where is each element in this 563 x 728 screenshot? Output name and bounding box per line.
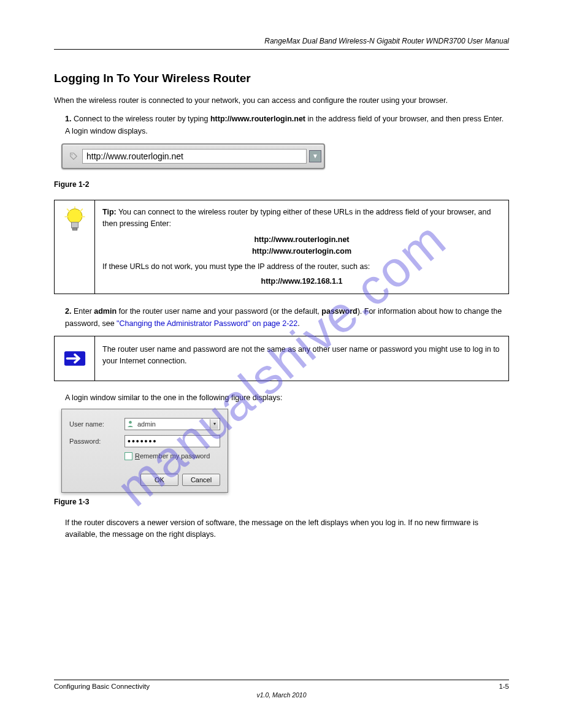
- step-1-text-a: Connect to the wireless router by typing: [74, 115, 210, 123]
- login-intro-text: A login window similar to the one in the…: [54, 392, 509, 404]
- svg-point-5: [129, 421, 132, 424]
- person-icon: [126, 420, 135, 428]
- login-dialog: User name: admin ▾ Password: ••••••• Rem…: [61, 409, 228, 493]
- url-input[interactable]: [82, 149, 307, 164]
- page-footer: Configuring Basic Connectivity 1-5 v1.0,…: [54, 680, 509, 699]
- password-row: Password: •••••••: [69, 435, 220, 447]
- cancel-button[interactable]: Cancel: [182, 474, 220, 486]
- remember-checkbox[interactable]: [124, 452, 132, 460]
- remember-row: Remember my password: [69, 452, 220, 460]
- ok-button[interactable]: OK: [140, 474, 178, 486]
- section-title: Logging In To Your Wireless Router: [54, 72, 509, 85]
- username-value: admin: [137, 420, 210, 428]
- note-content: The router user name and password are no…: [95, 336, 508, 381]
- footer-left: Configuring Basic Connectivity: [54, 683, 150, 690]
- tip-url-2: http://www.routerlogin.com: [102, 246, 501, 257]
- tag-icon: [69, 151, 79, 161]
- tip-body-a: You can connect to the wireless router b…: [102, 208, 491, 228]
- step-1: 1. Connect to the wireless router by typ…: [54, 113, 509, 137]
- remember-mnemonic: R: [135, 452, 140, 460]
- browser-url-bar: ▼: [61, 143, 325, 169]
- step-1-url: http://www.routerlogin.net: [210, 115, 305, 123]
- step-2-text-d: .: [297, 319, 299, 328]
- step-1-number: 1.: [65, 115, 71, 123]
- tip-callout: Tip: You can connect to the wireless rou…: [54, 200, 509, 294]
- username-label: User name:: [69, 420, 124, 428]
- intro-paragraph: When the wireless router is connected to…: [54, 95, 509, 107]
- tip-icon-cell: [55, 200, 95, 294]
- post-login-text: If the router discovers a newer version …: [54, 517, 509, 540]
- username-combo[interactable]: admin ▾: [124, 418, 220, 430]
- step-2: 2. Enter admin for the router user name …: [54, 305, 509, 330]
- note-icon-cell: [55, 336, 95, 381]
- tip-body-b: If these URLs do not work, you must type…: [102, 261, 501, 273]
- step-2-text-a: Enter: [74, 307, 94, 316]
- arrow-right-icon: [64, 351, 86, 366]
- footer-rule: [54, 680, 509, 680]
- svg-rect-3: [72, 228, 77, 230]
- dialog-button-row: OK Cancel: [69, 474, 220, 486]
- note-callout: The router user name and password are no…: [54, 336, 509, 381]
- tip-label: Tip:: [102, 208, 117, 216]
- password-label: Password:: [69, 438, 124, 445]
- header-rule: [54, 49, 509, 50]
- step-2-text-b: for the router user name and your passwo…: [117, 307, 321, 316]
- footer-page-number: 1-5: [499, 683, 509, 690]
- figure-1-caption: Figure 1-2: [54, 180, 509, 189]
- tip-url-1: http://www.routerlogin.net: [102, 234, 501, 246]
- svg-rect-2: [71, 222, 78, 228]
- step-2-admin: admin: [94, 307, 117, 316]
- step-2-password: password: [321, 307, 357, 316]
- step-2-link[interactable]: "Changing the Administrator Password" on…: [117, 319, 297, 328]
- step-2-number: 2.: [65, 307, 71, 316]
- password-field[interactable]: •••••••: [124, 435, 220, 447]
- remember-label: Remember my password: [135, 452, 210, 460]
- footer-version: v1.0, March 2010: [54, 691, 509, 699]
- header-doc-title: RangeMax Dual Band Wireless-N Gigabit Ro…: [54, 37, 509, 45]
- lightbulb-icon: [63, 207, 86, 235]
- remember-text: emember my password: [140, 452, 210, 460]
- url-dropdown-button[interactable]: ▼: [309, 150, 321, 162]
- svg-point-0: [72, 154, 73, 155]
- username-dropdown-icon[interactable]: ▾: [210, 419, 218, 429]
- tip-url-3: http://www.192.168.1.1: [102, 276, 501, 287]
- figure-2-caption: Figure 1-3: [54, 498, 509, 506]
- tip-content: Tip: You can connect to the wireless rou…: [95, 200, 508, 294]
- username-row: User name: admin ▾: [69, 418, 220, 430]
